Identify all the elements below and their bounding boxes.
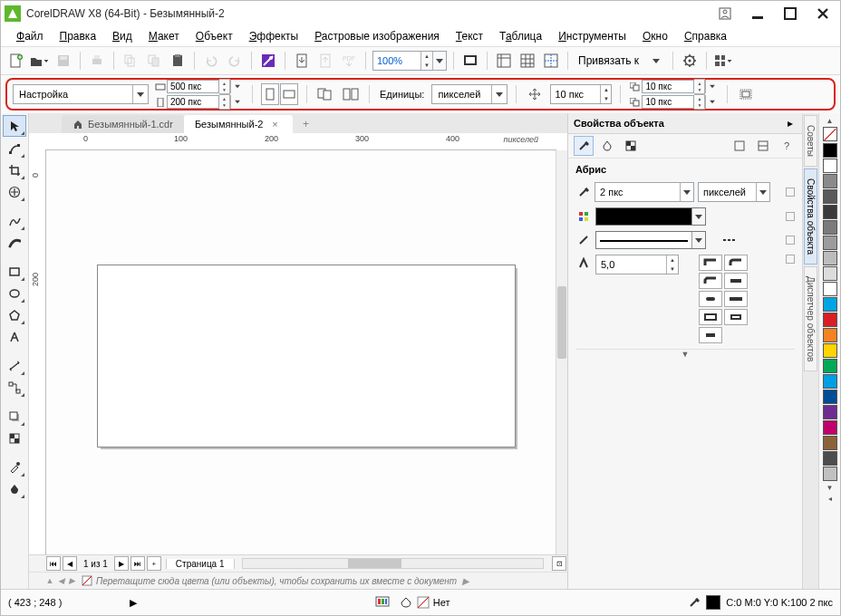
swatch-3[interactable] xyxy=(823,189,837,204)
swatch-13[interactable] xyxy=(823,343,837,358)
pos-center[interactable] xyxy=(724,309,748,325)
show-rulers-button[interactable] xyxy=(494,51,514,71)
zoom-field[interactable]: ▲▼ xyxy=(372,51,447,71)
miter-limit-field[interactable]: 5,0 ▲▼ xyxy=(595,255,679,274)
menu-bitmaps[interactable]: Растровые изображения xyxy=(306,28,448,44)
pos-outside[interactable] xyxy=(699,309,722,325)
menu-help[interactable]: Справка xyxy=(676,28,735,44)
menu-effects[interactable]: Эффекты xyxy=(241,28,307,44)
minimize-button[interactable] xyxy=(749,5,766,22)
swatch-19[interactable] xyxy=(823,436,837,450)
fill-tab[interactable] xyxy=(597,136,617,156)
docker-menu-button[interactable]: ▸ xyxy=(784,117,797,130)
pick-tool[interactable] xyxy=(3,115,26,137)
swatch-4[interactable] xyxy=(823,205,837,219)
swatch-17[interactable] xyxy=(823,405,837,419)
horizontal-ruler[interactable]: 0 100 200 300 400 пикселей xyxy=(45,133,556,150)
row-expand-2[interactable] xyxy=(786,212,795,221)
page-next-button[interactable]: ▶ xyxy=(114,556,129,571)
portrait-button[interactable] xyxy=(261,83,279,105)
landscape-button[interactable] xyxy=(280,83,298,105)
docker-help-button[interactable]: ? xyxy=(777,136,797,156)
swatch-12[interactable] xyxy=(823,328,837,342)
document-palette-bar[interactable]: ▲◀▶ Перетащите сюда цвета (или объекты),… xyxy=(29,572,567,589)
current-page-button[interactable] xyxy=(341,84,361,104)
corner-miter[interactable] xyxy=(699,255,722,271)
units-combo[interactable]: пикселей xyxy=(431,84,508,104)
transparency-tool[interactable] xyxy=(4,428,25,448)
docker-mode2-button[interactable] xyxy=(753,136,773,156)
page-prev-button[interactable]: ◀ xyxy=(63,556,77,571)
eyedropper-tool[interactable] xyxy=(4,457,25,477)
save-button[interactable] xyxy=(53,51,73,71)
swatch-15[interactable] xyxy=(823,374,837,389)
menu-table[interactable]: Таблица xyxy=(491,28,550,44)
swatch-14[interactable] xyxy=(823,359,837,373)
vertical-scrollbar[interactable] xyxy=(556,150,567,554)
page-name-tab[interactable]: Страница 1 xyxy=(166,559,235,569)
navigator-button[interactable]: ⊡ xyxy=(552,556,566,571)
all-pages-button[interactable] xyxy=(315,84,335,104)
zoom-dropdown[interactable] xyxy=(432,52,446,70)
page-width-input[interactable] xyxy=(167,80,219,93)
dash-settings-button[interactable] xyxy=(720,232,737,248)
dup-x-input[interactable] xyxy=(642,80,694,93)
color-proof-icon[interactable] xyxy=(375,596,390,609)
menu-window[interactable]: Окно xyxy=(634,28,676,44)
crop-tool[interactable] xyxy=(4,160,25,180)
row-expand-1[interactable] xyxy=(786,188,795,197)
interactive-fill-tool[interactable] xyxy=(4,479,25,499)
options-button[interactable] xyxy=(680,51,700,71)
text-tool[interactable] xyxy=(4,327,25,347)
corner-round[interactable] xyxy=(724,255,748,271)
zoom-spin[interactable]: ▲▼ xyxy=(420,52,432,70)
horizontal-scrollbar[interactable] xyxy=(242,558,544,569)
swatch-8[interactable] xyxy=(823,266,837,281)
nudge-field[interactable]: ▲▼ xyxy=(550,84,612,104)
show-grid-button[interactable] xyxy=(517,51,537,71)
outline-width-combo[interactable]: 2 пкс xyxy=(594,182,694,202)
ellipse-tool[interactable] xyxy=(4,284,25,303)
swatch-16[interactable] xyxy=(823,390,837,404)
maximize-button[interactable] xyxy=(782,5,798,22)
drawing-canvas[interactable] xyxy=(46,150,556,554)
publish-pdf-button[interactable]: PDF xyxy=(339,51,359,71)
row-expand-4[interactable] xyxy=(786,255,795,264)
import-button[interactable] xyxy=(292,51,312,71)
menu-file[interactable]: Файл xyxy=(8,28,52,44)
menu-object[interactable]: Объект xyxy=(188,28,241,44)
rectangle-tool[interactable] xyxy=(4,262,25,282)
polygon-tool[interactable] xyxy=(4,305,25,325)
vertical-ruler[interactable]: 0 200 xyxy=(29,150,46,554)
print-button[interactable] xyxy=(87,51,107,71)
outline-unit-combo[interactable]: пикселей xyxy=(698,182,770,202)
artistic-media-tool[interactable] xyxy=(4,233,25,253)
page-first-button[interactable]: ⏮ xyxy=(46,556,61,571)
nudge-input[interactable] xyxy=(551,89,600,100)
fullscreen-preview-button[interactable] xyxy=(460,51,480,71)
outline-style-combo[interactable] xyxy=(595,231,706,249)
snap-dropdown[interactable] xyxy=(646,51,666,71)
snap-to-label[interactable]: Привязать к xyxy=(575,54,643,67)
menu-edit[interactable]: Правка xyxy=(52,28,105,44)
swatch-1[interactable] xyxy=(823,159,837,173)
new-button[interactable] xyxy=(6,51,26,71)
menu-layout[interactable]: Макет xyxy=(140,28,188,44)
export-button[interactable] xyxy=(315,51,335,71)
app-launcher-button[interactable] xyxy=(713,51,733,71)
status-play-button[interactable]: ▶ xyxy=(130,597,137,609)
doc-tab-1[interactable]: Безымянный-1.cdr xyxy=(62,115,184,133)
show-guides-button[interactable] xyxy=(541,51,561,71)
swatch-nofill[interactable] xyxy=(823,127,837,141)
connector-tool[interactable] xyxy=(4,378,25,398)
page-height-input[interactable] xyxy=(167,95,219,109)
pos-inside[interactable] xyxy=(699,327,722,343)
swatch-21[interactable] xyxy=(823,467,837,481)
swatch-9[interactable] xyxy=(823,282,837,296)
corner-bevel[interactable] xyxy=(699,273,722,289)
menu-view[interactable]: Вид xyxy=(104,28,140,44)
menu-text[interactable]: Текст xyxy=(448,28,491,44)
page-height-spin[interactable]: ▲▼ xyxy=(219,94,230,110)
outline-color-well[interactable] xyxy=(595,207,706,226)
redo-button[interactable] xyxy=(225,51,245,71)
